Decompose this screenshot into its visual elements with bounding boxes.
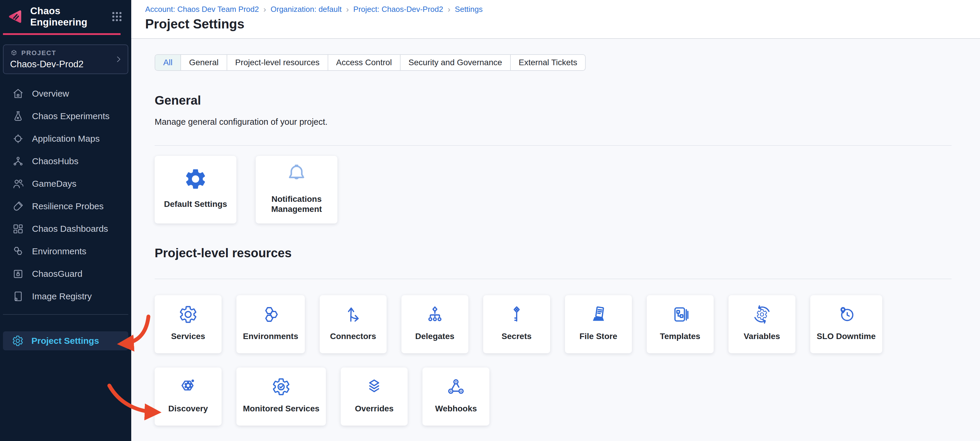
sidebar-item-chaos-experiments[interactable]: Chaos Experiments bbox=[0, 105, 131, 127]
sidebar-item-label: Image Registry bbox=[32, 291, 92, 301]
sidebar-divider bbox=[3, 314, 128, 315]
sidebar-item-chaoshubs[interactable]: ChaosHubs bbox=[0, 150, 131, 172]
layers-icon bbox=[364, 377, 384, 396]
sidebar-item-chaosguard[interactable]: ChaosGuard bbox=[0, 263, 131, 285]
chevron-right-icon bbox=[114, 55, 123, 64]
breadcrumb-organization[interactable]: Organization: default bbox=[270, 5, 342, 14]
org-chart-icon bbox=[425, 305, 445, 324]
sidebar-item-gamedays[interactable]: GameDays bbox=[0, 172, 131, 195]
breadcrumb-project[interactable]: Project: Chaos-Dev-Prod2 bbox=[353, 5, 443, 14]
branch-arrows-icon bbox=[344, 305, 363, 324]
crosshair-icon bbox=[12, 132, 24, 145]
sidebar-item-label: Project Settings bbox=[32, 336, 99, 346]
card-label: Services bbox=[171, 331, 205, 341]
sidebar-item-overview[interactable]: Overview bbox=[0, 83, 131, 105]
breadcrumb-account[interactable]: Account: Chaos Dev Team Prod2 bbox=[145, 5, 259, 14]
hexagons-icon bbox=[12, 245, 24, 258]
gear-icon bbox=[12, 335, 24, 347]
dashboard-grid-icon bbox=[12, 223, 24, 235]
app-window: Chaos Engineering PROJECT Chaos-Dev-Prod… bbox=[0, 0, 980, 441]
home-icon bbox=[12, 88, 24, 100]
breadcrumb-separator: › bbox=[448, 5, 450, 14]
project-selector[interactable]: PROJECT Chaos-Dev-Prod2 bbox=[3, 45, 128, 74]
sidebar: Chaos Engineering PROJECT Chaos-Dev-Prod… bbox=[0, 0, 131, 441]
breadcrumb-separator: › bbox=[346, 5, 349, 14]
app-title: Chaos Engineering bbox=[30, 5, 111, 28]
card-webhooks[interactable]: Webhooks bbox=[422, 368, 489, 425]
card-label: Monitored Services bbox=[243, 404, 319, 414]
tab-external-tickets[interactable]: External Tickets bbox=[511, 55, 585, 70]
gear-refresh-icon bbox=[752, 305, 772, 324]
sidebar-item-label: Chaos Experiments bbox=[32, 111, 110, 121]
card-label: Environments bbox=[243, 331, 298, 341]
main-area: Account: Chaos Dev Team Prod2 › Organiza… bbox=[131, 0, 980, 441]
breadcrumb-settings[interactable]: Settings bbox=[455, 5, 483, 14]
resources-section-title: Project-level resources bbox=[154, 246, 951, 260]
tab-general[interactable]: General bbox=[181, 55, 227, 70]
sidebar-item-label: Application Maps bbox=[32, 134, 100, 144]
gear-check-icon bbox=[271, 377, 291, 396]
sidebar-item-label: Overview bbox=[32, 89, 69, 99]
project-name: Chaos-Dev-Prod2 bbox=[10, 59, 121, 70]
apps-grid-icon[interactable] bbox=[111, 10, 123, 24]
card-default-settings[interactable]: Default Settings bbox=[154, 156, 236, 223]
sidebar-item-application-maps[interactable]: Application Maps bbox=[0, 127, 131, 150]
page-gear-icon bbox=[12, 290, 24, 302]
templates-icon bbox=[670, 305, 690, 324]
card-file-store[interactable]: File Store bbox=[565, 295, 632, 353]
bell-icon bbox=[285, 162, 309, 186]
card-label: File Store bbox=[579, 331, 617, 341]
tab-project-level-resources[interactable]: Project-level resources bbox=[227, 55, 328, 70]
card-delegates[interactable]: Delegates bbox=[401, 295, 468, 353]
sidebar-item-label: Environments bbox=[32, 246, 86, 256]
clock-pin-icon bbox=[836, 305, 856, 324]
card-secrets[interactable]: Secrets bbox=[483, 295, 550, 353]
card-label: Connectors bbox=[330, 331, 376, 341]
file-store-icon bbox=[589, 305, 608, 324]
card-monitored-services[interactable]: Monitored Services bbox=[236, 368, 326, 425]
card-label: Overrides bbox=[355, 404, 394, 414]
sidebar-nav: Overview Chaos Experiments Application M… bbox=[0, 83, 131, 307]
lock-frame-icon bbox=[12, 267, 24, 280]
card-templates[interactable]: Templates bbox=[647, 295, 714, 353]
card-variables[interactable]: Variables bbox=[729, 295, 795, 353]
sidebar-item-environments[interactable]: Environments bbox=[0, 240, 131, 263]
tab-all[interactable]: All bbox=[155, 55, 181, 70]
resource-cards: Services Environments bbox=[154, 295, 959, 425]
card-label: Notifications Management bbox=[261, 194, 332, 214]
section-divider bbox=[154, 279, 951, 279]
settings-tabs: All General Project-level resources Acce… bbox=[154, 54, 586, 71]
cube-icon bbox=[10, 49, 18, 57]
card-overrides[interactable]: Overrides bbox=[341, 368, 408, 425]
hexagon-gear-icon bbox=[178, 377, 198, 396]
general-section-title: General bbox=[154, 93, 951, 108]
project-selector-label: PROJECT bbox=[21, 49, 56, 57]
sidebar-item-resilience-probes[interactable]: Resilience Probes bbox=[0, 195, 131, 218]
sidebar-header: Chaos Engineering bbox=[0, 0, 131, 33]
card-environments[interactable]: Environments bbox=[236, 295, 305, 353]
card-slo-downtime[interactable]: SLO Downtime bbox=[810, 295, 882, 353]
tab-security-and-governance[interactable]: Security and Governance bbox=[401, 55, 511, 70]
card-notifications-management[interactable]: Notifications Management bbox=[256, 156, 337, 223]
card-label: Default Settings bbox=[164, 199, 227, 209]
sidebar-item-image-registry[interactable]: Image Registry bbox=[0, 285, 131, 307]
sidebar-item-label: Resilience Probes bbox=[32, 201, 104, 211]
card-connectors[interactable]: Connectors bbox=[320, 295, 387, 353]
sidebar-item-label: ChaosHubs bbox=[32, 156, 78, 166]
card-services[interactable]: Services bbox=[154, 295, 221, 353]
sidebar-item-chaos-dashboards[interactable]: Chaos Dashboards bbox=[0, 218, 131, 240]
people-icon bbox=[12, 178, 24, 190]
card-label: Delegates bbox=[415, 331, 455, 341]
card-label: SLO Downtime bbox=[817, 331, 876, 341]
sidebar-item-project-settings[interactable]: Project Settings bbox=[3, 331, 128, 350]
tab-access-control[interactable]: Access Control bbox=[328, 55, 401, 70]
test-tube-icon bbox=[12, 200, 24, 212]
card-discovery[interactable]: Discovery bbox=[154, 368, 221, 425]
card-label: Templates bbox=[660, 331, 700, 341]
page-title: Project Settings bbox=[145, 17, 980, 32]
webhook-icon bbox=[446, 377, 466, 396]
card-label: Discovery bbox=[168, 404, 208, 414]
card-label: Secrets bbox=[501, 331, 531, 341]
card-label: Webhooks bbox=[435, 404, 477, 414]
chaos-engineering-logo-icon bbox=[6, 8, 24, 25]
